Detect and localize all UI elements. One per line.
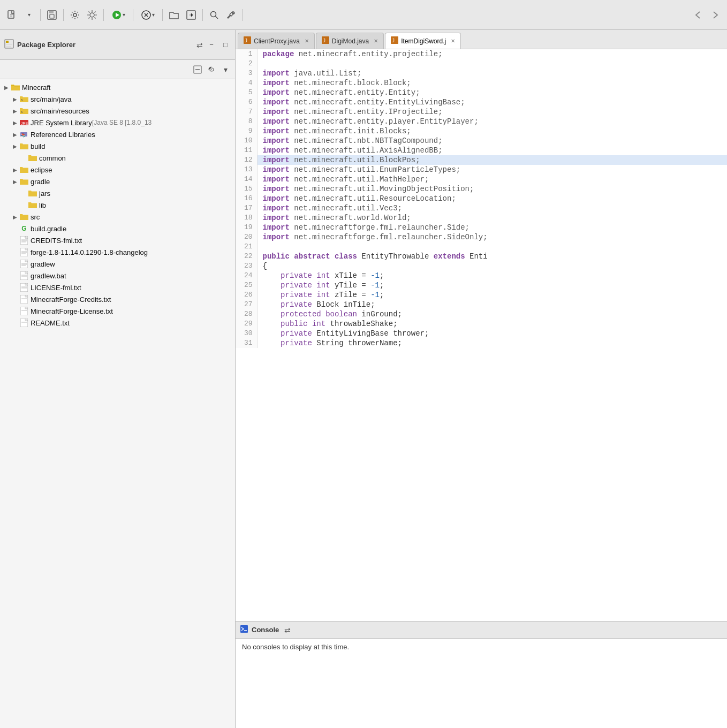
run-button[interactable]: ▾ (108, 7, 129, 22)
line-number: 15 (236, 184, 257, 194)
back-button[interactable] (691, 7, 706, 22)
line-number: 24 (236, 271, 257, 280)
line-number: 2 (236, 59, 257, 69)
open-folder-button[interactable] (166, 7, 181, 22)
line-content[interactable]: import net.minecraft.util.ResourceLocati… (257, 194, 727, 203)
line-content[interactable]: import net.minecraft.nbt.NBTTagCompound; (257, 136, 727, 146)
new-file-button[interactable] (4, 7, 19, 22)
tab-digimod[interactable]: J DigiMod.java ✕ (316, 33, 384, 49)
line-content[interactable] (257, 242, 727, 252)
line-content[interactable]: public abstract class EntityThrowable ex… (257, 252, 727, 261)
tree-item-referencedlibs[interactable]: ▶ 📚 Referenced Libraries (0, 128, 235, 140)
code-line-6: 6 import net.minecraft.entity.EntityLivi… (236, 97, 727, 107)
line-content[interactable]: import net.minecraft.init.Blocks; (257, 126, 727, 136)
line-content[interactable]: { (257, 261, 727, 271)
line-content[interactable]: private int yTile = -1; (257, 280, 727, 290)
import-button[interactable] (184, 7, 199, 22)
line-content[interactable]: import net.minecraft.util.AxisAlignedBB; (257, 146, 727, 155)
line-content[interactable]: private Block inTile; (257, 300, 727, 309)
code-editor[interactable]: 1 package net.minecraft.entity.projectil… (236, 49, 727, 621)
line-content[interactable]: import net.minecraft.entity.EntityLiving… (257, 97, 727, 107)
line-content[interactable]: import net.minecraft.util.Vec3; (257, 203, 727, 213)
tree-item-minecraft[interactable]: ▶ Minecraft (0, 81, 235, 93)
main-toolbar: ▾ ▾ ▾ (0, 0, 727, 30)
tree-item-lib[interactable]: ▶ lib (0, 199, 235, 211)
tree-item-buildgradle[interactable]: ▶ G build.gradle (0, 223, 235, 234)
maximize-panel-button[interactable]: □ (220, 40, 231, 50)
tree-item-license[interactable]: ▶ LICENSE-fml.txt (0, 282, 235, 293)
svg-rect-14 (6, 41, 9, 43)
tree-item-srcmainjava[interactable]: ▶ s src/main/java (0, 93, 235, 105)
sync-icon[interactable]: ⇄ (196, 41, 203, 49)
tree-item-common[interactable]: ▶ common (0, 152, 235, 164)
line-content[interactable]: import net.minecraft.util.BlockPos; (257, 155, 727, 165)
tab-close-icon[interactable]: ✕ (451, 38, 455, 44)
line-content[interactable]: import java.util.List; (257, 69, 727, 78)
tools-button[interactable] (224, 7, 239, 22)
line-content[interactable]: import net.minecraftforge.fml.relauncher… (257, 223, 727, 232)
tree-item-mclicense[interactable]: ▶ MinecraftForge-License.txt (0, 305, 235, 317)
tree-item-jars[interactable]: ▶ jars (0, 187, 235, 199)
tree-item-srcmainresources[interactable]: ▶ s src/main/resources (0, 105, 235, 117)
tree-item-eclipse[interactable]: ▶ eclipse (0, 164, 235, 176)
link-editor-button[interactable] (205, 63, 218, 76)
tab-clientproxy[interactable]: J ClientProxy.java ✕ (238, 33, 315, 49)
tree-label: jars (39, 189, 50, 198)
line-content[interactable]: protected boolean inGround; (257, 309, 727, 319)
code-line-4: 4 import net.minecraft.block.Block; (236, 78, 727, 88)
tree-item-gradlewbat[interactable]: ▶ gradlew.bat (0, 270, 235, 282)
line-number: 17 (236, 203, 257, 213)
collapse-all-button[interactable] (191, 63, 204, 76)
tab-itemdigisword[interactable]: J ItemDigiSword.j ✕ (385, 33, 461, 49)
settings-button[interactable] (67, 7, 82, 22)
tree-label: lib (39, 201, 46, 209)
debug-button[interactable]: ▾ (137, 7, 158, 22)
line-content[interactable]: public int throwableShake; (257, 319, 727, 329)
tree-item-src[interactable]: ▶ src (0, 211, 235, 223)
minimize-panel-button[interactable]: − (206, 40, 217, 50)
text-file-icon (19, 248, 29, 256)
tree-item-credits[interactable]: ▶ CREDITS-fml.txt (0, 234, 235, 246)
line-content[interactable]: import net.minecraft.util.MovingObjectPo… (257, 184, 727, 194)
line-content[interactable]: private String throwerName; (257, 338, 727, 348)
line-content[interactable]: import net.minecraft.util.MathHelper; (257, 175, 727, 184)
line-content[interactable]: import net.minecraftforge.fml.relauncher… (257, 232, 727, 242)
tree-label: LICENSE-fml.txt (31, 284, 81, 292)
line-content[interactable]: private int zTile = -1; (257, 290, 727, 300)
tree-item-jre[interactable]: ▶ JRE JRE System Library [Java SE 8 [1.8… (0, 117, 235, 128)
new-dropdown-button[interactable]: ▾ (21, 7, 36, 22)
line-content[interactable]: package net.minecraft.entity.projectile; (257, 49, 727, 59)
view-menu-button[interactable]: ▾ (219, 63, 232, 76)
expand-arrow: ▶ (11, 143, 19, 149)
line-content[interactable]: import net.minecraft.block.Block; (257, 78, 727, 88)
line-content[interactable]: import net.minecraft.entity.IProjectile; (257, 107, 727, 117)
line-content[interactable] (257, 59, 727, 69)
code-line-22: 22 public abstract class EntityThrowable… (236, 252, 727, 261)
tree-item-gradlew[interactable]: ▶ gradlew (0, 258, 235, 270)
line-number: 6 (236, 97, 257, 107)
forward-button[interactable] (708, 7, 723, 22)
tree-item-gradle[interactable]: ▶ gradle (0, 176, 235, 187)
tree-item-readme[interactable]: ▶ README.txt (0, 317, 235, 329)
code-line-11: 11 import net.minecraft.util.AxisAligned… (236, 146, 727, 155)
tree-item-forgelog[interactable]: ▶ forge-1.8-11.14.0.1290-1.8-changelog (0, 246, 235, 258)
line-number: 9 (236, 126, 257, 136)
tree-item-build[interactable]: ▶ build (0, 140, 235, 152)
tab-close-icon[interactable]: ✕ (305, 38, 309, 44)
save-button[interactable] (44, 7, 59, 22)
svg-rect-16 (6, 46, 11, 47)
line-content[interactable]: private int xTile = -1; (257, 271, 727, 280)
expand-arrow: ▶ (11, 108, 19, 114)
console-sync-icon[interactable]: ⇄ (284, 626, 291, 634)
tree-item-mccredits[interactable]: ▶ MinecraftForge-Credits.txt (0, 293, 235, 305)
folder-icon (11, 83, 20, 92)
line-content[interactable]: import net.minecraft.entity.player.Entit… (257, 117, 727, 126)
search-button[interactable] (207, 7, 222, 22)
expand-arrow: ▶ (11, 167, 19, 173)
tab-close-icon[interactable]: ✕ (374, 38, 378, 44)
line-content[interactable]: import net.minecraft.entity.Entity; (257, 88, 727, 97)
line-content[interactable]: import net.minecraft.world.World; (257, 213, 727, 223)
sun-button[interactable] (85, 7, 100, 22)
line-content[interactable]: import net.minecraft.util.EnumParticleTy… (257, 165, 727, 175)
line-content[interactable]: private EntityLivingBase thrower; (257, 329, 727, 338)
